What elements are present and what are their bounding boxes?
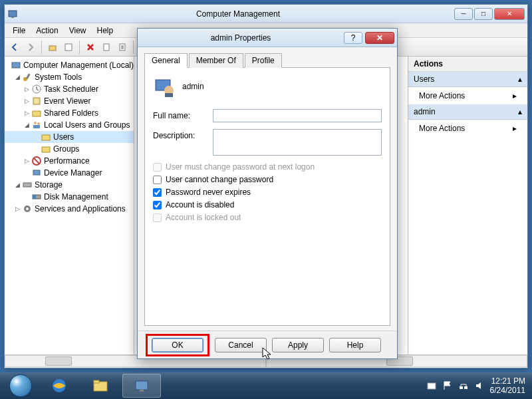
fullname-label: Full name: bbox=[153, 109, 213, 120]
tree-event-viewer[interactable]: ▷Event Viewer bbox=[5, 95, 134, 107]
tree-system-tools[interactable]: ◢System Tools bbox=[5, 71, 134, 83]
svg-point-15 bbox=[37, 122, 40, 125]
flag-icon[interactable] bbox=[442, 380, 453, 391]
actions-section-admin[interactable]: admin▴ bbox=[408, 104, 527, 120]
maximize-button[interactable]: □ bbox=[474, 8, 493, 20]
chk-label: User cannot change password bbox=[166, 175, 273, 184]
menu-file[interactable]: File bbox=[7, 25, 31, 37]
chk-disabled[interactable] bbox=[153, 201, 162, 209]
svg-rect-36 bbox=[464, 386, 467, 389]
fullname-field[interactable] bbox=[213, 109, 382, 122]
menu-action[interactable]: Action bbox=[31, 25, 63, 37]
svg-rect-23 bbox=[33, 195, 36, 199]
export-button[interactable] bbox=[115, 40, 130, 55]
back-button[interactable] bbox=[7, 40, 22, 55]
dialog-button-row: OK Cancel Apply Help bbox=[138, 331, 397, 358]
collapse-icon: ▴ bbox=[518, 107, 522, 116]
tree-services-apps[interactable]: ▷Services and Applications bbox=[5, 203, 134, 215]
tab-general[interactable]: General bbox=[144, 53, 188, 68]
tray-date: 6/24/2011 bbox=[490, 386, 525, 395]
close-button[interactable]: ✕ bbox=[494, 8, 525, 20]
svg-rect-28 bbox=[165, 93, 173, 97]
taskbar-explorer[interactable] bbox=[81, 374, 120, 398]
tree-device-manager[interactable]: Device Manager bbox=[5, 167, 134, 179]
tree-pane: Computer Management (Local) ◢System Tool… bbox=[5, 57, 134, 354]
taskbar-ie[interactable] bbox=[40, 374, 78, 398]
tree-users[interactable]: Users bbox=[5, 131, 134, 143]
tree-task-scheduler[interactable]: ▷Task Scheduler bbox=[5, 83, 134, 95]
chevron-right-icon: ▸ bbox=[513, 124, 517, 133]
chk-label: Account is disabled bbox=[166, 200, 234, 209]
menu-help[interactable]: Help bbox=[92, 25, 119, 37]
app-icon bbox=[7, 9, 18, 19]
taskbar-compmgmt[interactable] bbox=[122, 374, 161, 398]
tree-local-users-groups[interactable]: ◢Local Users and Groups bbox=[5, 119, 134, 131]
window-title: Computer Management bbox=[22, 9, 454, 19]
tree-performance[interactable]: ▷Performance bbox=[5, 155, 134, 167]
properties-button[interactable] bbox=[61, 40, 76, 55]
username-label: admin bbox=[182, 82, 204, 91]
tab-member-of[interactable]: Member Of bbox=[189, 53, 243, 68]
svg-rect-0 bbox=[9, 11, 17, 17]
chk-cannot-change-row[interactable]: User cannot change password bbox=[153, 175, 382, 184]
actions-more-admin[interactable]: More Actions▸ bbox=[408, 120, 527, 137]
tree-label: Computer Management (Local) bbox=[23, 61, 134, 70]
description-field[interactable] bbox=[213, 129, 382, 156]
start-button[interactable] bbox=[3, 373, 39, 398]
apply-button[interactable]: Apply bbox=[272, 338, 324, 352]
dialog-close-button[interactable]: ✕ bbox=[365, 32, 394, 44]
network-icon[interactable] bbox=[458, 380, 469, 391]
chk-never-expires-row[interactable]: Password never expires bbox=[153, 188, 382, 197]
actions-section-users[interactable]: Users▴ bbox=[408, 72, 527, 87]
svg-rect-35 bbox=[460, 386, 463, 389]
tray-icon[interactable] bbox=[426, 380, 437, 391]
actions-more-users[interactable]: More Actions▸ bbox=[408, 87, 527, 104]
svg-point-14 bbox=[34, 122, 37, 124]
refresh-button[interactable] bbox=[99, 40, 114, 55]
description-label: Description: bbox=[153, 129, 213, 140]
cancel-button[interactable]: Cancel bbox=[215, 338, 267, 352]
tree-shared-folders[interactable]: ▷Shared Folders bbox=[5, 107, 134, 119]
tree-root[interactable]: Computer Management (Local) bbox=[5, 59, 134, 71]
menu-view[interactable]: View bbox=[64, 25, 92, 37]
system-tray[interactable]: 12:21 PM 6/24/2011 bbox=[426, 376, 529, 396]
svg-point-25 bbox=[26, 207, 29, 210]
tree-label: Task Scheduler bbox=[44, 84, 98, 94]
chk-never-expires[interactable] bbox=[153, 188, 162, 197]
chk-disabled-row[interactable]: Account is disabled bbox=[153, 200, 382, 209]
svg-rect-18 bbox=[42, 147, 50, 152]
dialog-help-button[interactable]: ? bbox=[344, 32, 362, 44]
tree-label: Users bbox=[53, 132, 74, 142]
svg-rect-12 bbox=[33, 98, 40, 104]
ok-button[interactable]: OK bbox=[152, 338, 203, 352]
up-button[interactable] bbox=[45, 40, 60, 55]
titlebar: Computer Management ─ □ ✕ bbox=[5, 5, 527, 23]
svg-rect-13 bbox=[33, 111, 41, 116]
chk-must-change-row: User must change password at next logon bbox=[153, 162, 382, 172]
tray-time: 12:21 PM bbox=[491, 376, 525, 386]
tree-label: Performance bbox=[44, 156, 90, 166]
svg-rect-4 bbox=[104, 44, 109, 51]
forward-button[interactable] bbox=[23, 40, 38, 55]
chk-locked-row: Account is locked out bbox=[153, 213, 382, 222]
svg-rect-2 bbox=[49, 46, 56, 51]
chk-label: Account is locked out bbox=[166, 213, 241, 222]
tree-storage[interactable]: ◢Storage bbox=[5, 179, 134, 191]
svg-rect-17 bbox=[42, 135, 50, 140]
user-icon bbox=[153, 76, 174, 97]
delete-button[interactable] bbox=[83, 40, 98, 55]
chk-cannot-change[interactable] bbox=[153, 176, 162, 184]
admin-properties-dialog: admin Properties ? ✕ General Member Of P… bbox=[137, 28, 398, 359]
tab-profile[interactable]: Profile bbox=[245, 53, 282, 68]
chk-label: Password never expires bbox=[166, 188, 251, 197]
tree-groups[interactable]: Groups bbox=[5, 143, 134, 155]
svg-rect-10 bbox=[26, 74, 31, 79]
svg-rect-32 bbox=[136, 381, 148, 390]
svg-rect-21 bbox=[23, 183, 31, 187]
svg-rect-31 bbox=[94, 380, 99, 383]
help-button[interactable]: Help bbox=[329, 338, 381, 352]
tree-disk-management[interactable]: Disk Management bbox=[5, 191, 134, 203]
svg-rect-33 bbox=[140, 390, 144, 392]
minimize-button[interactable]: ─ bbox=[454, 8, 473, 20]
volume-icon[interactable] bbox=[474, 380, 485, 391]
